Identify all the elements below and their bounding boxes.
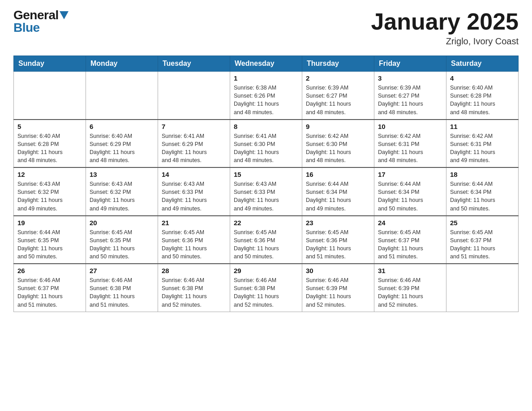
day-number: 9: [306, 123, 370, 130]
day-number: 19: [17, 219, 82, 227]
calendar-cell: 1Sunrise: 6:38 AM Sunset: 6:26 PM Daylig…: [230, 72, 302, 120]
day-number: 28: [162, 267, 226, 274]
day-number: 15: [234, 171, 298, 178]
day-number: 1: [234, 74, 298, 82]
calendar-cell: 4Sunrise: 6:40 AM Sunset: 6:28 PM Daylig…: [446, 72, 519, 120]
calendar-week-3: 12Sunrise: 6:43 AM Sunset: 6:32 PM Dayli…: [14, 167, 519, 216]
day-info: Sunrise: 6:46 AM Sunset: 6:39 PM Dayligh…: [378, 276, 442, 309]
day-number: 4: [450, 74, 515, 82]
day-info: Sunrise: 6:41 AM Sunset: 6:29 PM Dayligh…: [162, 132, 226, 165]
calendar-cell: 17Sunrise: 6:44 AM Sunset: 6:34 PM Dayli…: [374, 167, 446, 216]
calendar-cell: 12Sunrise: 6:43 AM Sunset: 6:32 PM Dayli…: [14, 167, 86, 216]
day-info: Sunrise: 6:44 AM Sunset: 6:34 PM Dayligh…: [378, 180, 442, 213]
calendar-cell: [86, 72, 158, 120]
day-info: Sunrise: 6:43 AM Sunset: 6:32 PM Dayligh…: [90, 180, 154, 213]
logo-blue: Blue: [13, 21, 69, 34]
calendar-week-1: 1Sunrise: 6:38 AM Sunset: 6:26 PM Daylig…: [14, 72, 519, 120]
day-info: Sunrise: 6:45 AM Sunset: 6:37 PM Dayligh…: [378, 228, 442, 261]
day-number: 26: [17, 267, 82, 274]
calendar-week-2: 5Sunrise: 6:40 AM Sunset: 6:28 PM Daylig…: [14, 120, 519, 168]
day-info: Sunrise: 6:39 AM Sunset: 6:27 PM Dayligh…: [378, 84, 442, 116]
calendar-cell: 2Sunrise: 6:39 AM Sunset: 6:27 PM Daylig…: [302, 72, 374, 120]
day-number: 14: [162, 171, 226, 178]
day-number: 22: [234, 219, 298, 227]
calendar-week-5: 26Sunrise: 6:46 AM Sunset: 6:37 PM Dayli…: [14, 264, 519, 312]
day-number: 10: [378, 123, 442, 130]
calendar-cell: 5Sunrise: 6:40 AM Sunset: 6:28 PM Daylig…: [14, 120, 86, 168]
calendar-cell: 18Sunrise: 6:44 AM Sunset: 6:34 PM Dayli…: [446, 167, 519, 216]
calendar-cell: 25Sunrise: 6:45 AM Sunset: 6:37 PM Dayli…: [446, 216, 519, 264]
logo-top: General: [13, 9, 69, 21]
calendar-body: 1Sunrise: 6:38 AM Sunset: 6:26 PM Daylig…: [14, 72, 519, 312]
calendar-table: SundayMondayTuesdayWednesdayThursdayFrid…: [13, 56, 519, 312]
calendar-cell: 23Sunrise: 6:45 AM Sunset: 6:36 PM Dayli…: [302, 216, 374, 264]
calendar-cell: 10Sunrise: 6:42 AM Sunset: 6:31 PM Dayli…: [374, 120, 446, 168]
calendar-cell: 20Sunrise: 6:45 AM Sunset: 6:35 PM Dayli…: [86, 216, 158, 264]
day-number: 30: [306, 267, 370, 274]
day-number: 18: [450, 171, 515, 178]
day-info: Sunrise: 6:44 AM Sunset: 6:35 PM Dayligh…: [17, 228, 82, 261]
calendar-cell: 8Sunrise: 6:41 AM Sunset: 6:30 PM Daylig…: [230, 120, 302, 168]
day-number: 8: [234, 123, 298, 130]
header-day-monday: Monday: [86, 56, 158, 72]
calendar-cell: 27Sunrise: 6:46 AM Sunset: 6:38 PM Dayli…: [86, 264, 158, 312]
logo-general: General: [13, 8, 59, 22]
calendar-cell: 15Sunrise: 6:43 AM Sunset: 6:33 PM Dayli…: [230, 167, 302, 216]
location: Zriglo, Ivory Coast: [371, 36, 519, 47]
day-number: 24: [378, 219, 442, 227]
calendar-cell: 11Sunrise: 6:42 AM Sunset: 6:31 PM Dayli…: [446, 120, 519, 168]
day-info: Sunrise: 6:45 AM Sunset: 6:36 PM Dayligh…: [162, 228, 226, 261]
logo-triangle-icon: [60, 11, 69, 19]
day-number: 20: [90, 219, 154, 227]
header-day-tuesday: Tuesday: [158, 56, 230, 72]
day-info: Sunrise: 6:45 AM Sunset: 6:36 PM Dayligh…: [306, 228, 370, 261]
day-info: Sunrise: 6:40 AM Sunset: 6:28 PM Dayligh…: [17, 132, 82, 165]
day-number: 6: [90, 123, 154, 130]
day-number: 3: [378, 74, 442, 82]
header-row: SundayMondayTuesdayWednesdayThursdayFrid…: [14, 56, 519, 72]
day-info: Sunrise: 6:43 AM Sunset: 6:33 PM Dayligh…: [162, 180, 226, 213]
calendar-cell: 28Sunrise: 6:46 AM Sunset: 6:38 PM Dayli…: [158, 264, 230, 312]
calendar-week-4: 19Sunrise: 6:44 AM Sunset: 6:35 PM Dayli…: [14, 216, 519, 264]
day-info: Sunrise: 6:42 AM Sunset: 6:30 PM Dayligh…: [306, 132, 370, 165]
day-info: Sunrise: 6:43 AM Sunset: 6:33 PM Dayligh…: [234, 180, 298, 213]
day-number: 16: [306, 171, 370, 178]
title-block: January 2025 Zriglo, Ivory Coast: [371, 9, 519, 47]
calendar-cell: 19Sunrise: 6:44 AM Sunset: 6:35 PM Dayli…: [14, 216, 86, 264]
day-info: Sunrise: 6:44 AM Sunset: 6:34 PM Dayligh…: [306, 180, 370, 213]
day-info: Sunrise: 6:46 AM Sunset: 6:39 PM Dayligh…: [306, 276, 370, 309]
day-info: Sunrise: 6:40 AM Sunset: 6:28 PM Dayligh…: [450, 84, 515, 116]
calendar-cell: 22Sunrise: 6:45 AM Sunset: 6:36 PM Dayli…: [230, 216, 302, 264]
calendar-cell: 31Sunrise: 6:46 AM Sunset: 6:39 PM Dayli…: [374, 264, 446, 312]
day-info: Sunrise: 6:38 AM Sunset: 6:26 PM Dayligh…: [234, 84, 298, 116]
day-number: 27: [90, 267, 154, 274]
day-number: 12: [17, 171, 82, 178]
header-day-friday: Friday: [374, 56, 446, 72]
day-number: 7: [162, 123, 226, 130]
header-day-wednesday: Wednesday: [230, 56, 302, 72]
day-number: 5: [17, 123, 82, 130]
calendar-cell: [446, 264, 519, 312]
day-number: 21: [162, 219, 226, 227]
calendar-cell: 13Sunrise: 6:43 AM Sunset: 6:32 PM Dayli…: [86, 167, 158, 216]
day-info: Sunrise: 6:46 AM Sunset: 6:38 PM Dayligh…: [162, 276, 226, 309]
day-number: 31: [378, 267, 442, 274]
calendar-cell: 3Sunrise: 6:39 AM Sunset: 6:27 PM Daylig…: [374, 72, 446, 120]
calendar-cell: 9Sunrise: 6:42 AM Sunset: 6:30 PM Daylig…: [302, 120, 374, 168]
day-info: Sunrise: 6:45 AM Sunset: 6:37 PM Dayligh…: [450, 228, 515, 261]
day-info: Sunrise: 6:42 AM Sunset: 6:31 PM Dayligh…: [378, 132, 442, 165]
calendar-cell: 26Sunrise: 6:46 AM Sunset: 6:37 PM Dayli…: [14, 264, 86, 312]
calendar-cell: 14Sunrise: 6:43 AM Sunset: 6:33 PM Dayli…: [158, 167, 230, 216]
calendar-cell: [14, 72, 86, 120]
day-info: Sunrise: 6:45 AM Sunset: 6:35 PM Dayligh…: [90, 228, 154, 261]
calendar-cell: 29Sunrise: 6:46 AM Sunset: 6:38 PM Dayli…: [230, 264, 302, 312]
calendar-cell: [158, 72, 230, 120]
day-info: Sunrise: 6:42 AM Sunset: 6:31 PM Dayligh…: [450, 132, 515, 165]
calendar-cell: 30Sunrise: 6:46 AM Sunset: 6:39 PM Dayli…: [302, 264, 374, 312]
calendar-cell: 6Sunrise: 6:40 AM Sunset: 6:29 PM Daylig…: [86, 120, 158, 168]
calendar-cell: 7Sunrise: 6:41 AM Sunset: 6:29 PM Daylig…: [158, 120, 230, 168]
calendar-cell: 24Sunrise: 6:45 AM Sunset: 6:37 PM Dayli…: [374, 216, 446, 264]
day-info: Sunrise: 6:46 AM Sunset: 6:38 PM Dayligh…: [234, 276, 298, 309]
calendar-header: SundayMondayTuesdayWednesdayThursdayFrid…: [14, 56, 519, 72]
header-day-saturday: Saturday: [446, 56, 519, 72]
